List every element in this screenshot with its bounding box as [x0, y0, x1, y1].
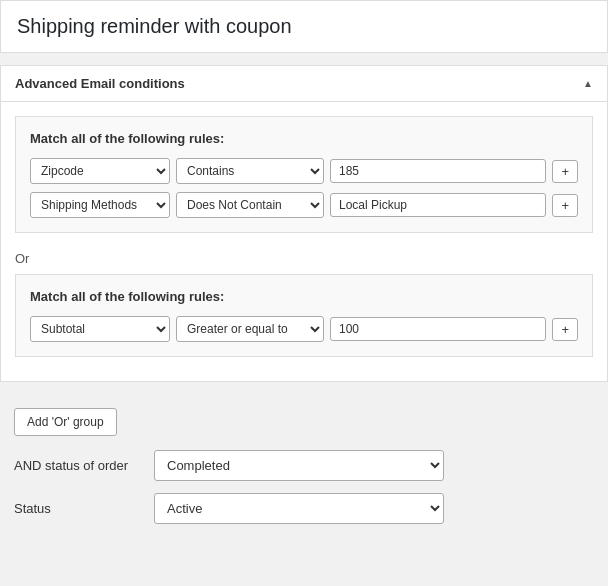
rule-row-3: Zipcode Shipping Methods Subtotal Contai… [30, 316, 578, 342]
add-or-group-button[interactable]: Add 'Or' group [14, 408, 117, 436]
bottom-section: Add 'Or' group AND status of order Compl… [0, 394, 608, 550]
status-label: Status [14, 501, 154, 516]
page-title: Shipping reminder with coupon [17, 15, 591, 38]
value-input-1[interactable] [330, 159, 546, 183]
condition-select-3[interactable]: Contains Does Not Contain Greater or equ… [176, 316, 324, 342]
collapse-icon[interactable]: ▲ [583, 78, 593, 89]
condition-select-2[interactable]: Contains Does Not Contain Greater or equ… [176, 192, 324, 218]
rule-group-1: Match all of the following rules: Zipcod… [15, 116, 593, 233]
status-select[interactable]: Active Inactive [154, 493, 444, 524]
add-rule-button-1[interactable]: + [552, 160, 578, 183]
field-select-2[interactable]: Zipcode Shipping Methods Subtotal [30, 192, 170, 218]
status-row: Status Active Inactive [14, 493, 594, 524]
order-status-select[interactable]: Completed Active Pending Cancelled [154, 450, 444, 481]
field-select-1[interactable]: Zipcode Shipping Methods Subtotal [30, 158, 170, 184]
section-body: Match all of the following rules: Zipcod… [1, 102, 607, 381]
rule-group-1-title: Match all of the following rules: [30, 131, 578, 146]
value-input-2[interactable] [330, 193, 546, 217]
value-input-3[interactable] [330, 317, 546, 341]
rule-row-1: Zipcode Shipping Methods Subtotal Contai… [30, 158, 578, 184]
rule-group-2-title: Match all of the following rules: [30, 289, 578, 304]
rule-group-2: Match all of the following rules: Zipcod… [15, 274, 593, 357]
rule-row-2: Zipcode Shipping Methods Subtotal Contai… [30, 192, 578, 218]
order-status-row: AND status of order Completed Active Pen… [14, 450, 594, 481]
or-label: Or [15, 243, 593, 274]
add-rule-button-2[interactable]: + [552, 194, 578, 217]
field-select-3[interactable]: Zipcode Shipping Methods Subtotal [30, 316, 170, 342]
page-title-bar: Shipping reminder with coupon [0, 0, 608, 53]
section-header-title: Advanced Email conditions [15, 76, 185, 91]
condition-select-1[interactable]: Contains Does Not Contain Greater or equ… [176, 158, 324, 184]
add-rule-button-3[interactable]: + [552, 318, 578, 341]
section-header: Advanced Email conditions ▲ [1, 66, 607, 102]
order-status-label: AND status of order [14, 458, 154, 473]
advanced-email-conditions-section: Advanced Email conditions ▲ Match all of… [0, 65, 608, 382]
page-wrapper: Shipping reminder with coupon Advanced E… [0, 0, 608, 550]
